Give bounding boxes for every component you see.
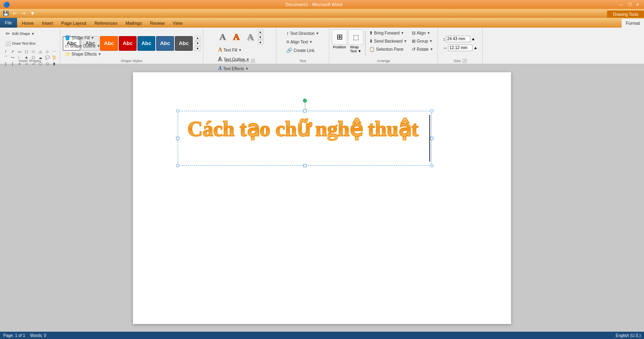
height-icon: ↕ <box>443 37 445 41</box>
size-group-label: Size ↗ <box>438 59 482 63</box>
save-qat-button[interactable]: 💾 <box>2 10 10 17</box>
restore-button[interactable]: ❐ <box>626 2 633 7</box>
tab-insert[interactable]: Insert <box>38 19 57 28</box>
redo-qat-button[interactable]: ↪ <box>20 10 28 17</box>
text-fill-button[interactable]: A Text Fill ▼ <box>216 45 263 54</box>
shape-triangle[interactable]: △ <box>37 49 44 54</box>
shape-round-rect[interactable]: ▢ <box>23 49 30 54</box>
selection-pane-button[interactable]: 📋 Selection Pane <box>367 45 409 53</box>
shape-rect[interactable]: ▭ <box>16 49 23 54</box>
ribbon-group-text: ↕ Text Direction ▼ ≡ Align Text ▼ 🔗 Crea… <box>276 28 329 64</box>
shape-fill-icon: 🪣 <box>65 35 70 41</box>
shape-diamond[interactable]: ◇ <box>44 49 50 54</box>
drawing-tools-label: Drawing Tools <box>607 11 644 18</box>
width-input-row: ↔ ▲ <box>443 45 477 51</box>
window-title: Document1 - Microsoft Word <box>10 2 618 7</box>
bring-forward-button[interactable]: ⬆ Bring Forward ▼ <box>367 29 409 37</box>
arrange-divider <box>365 31 366 56</box>
close-button[interactable]: ✕ <box>634 2 641 7</box>
title-bar: 🔵 Document1 - Microsoft Word — ❐ ✕ <box>0 0 644 9</box>
shape-outline-button[interactable]: ▭ Shape Outline ▼ <box>63 42 200 50</box>
wordart-style-a1[interactable]: A <box>216 30 229 44</box>
selection-pane-icon: 📋 <box>369 47 375 52</box>
rotation-handle[interactable] <box>303 99 307 103</box>
shape-line[interactable]: / <box>2 49 9 54</box>
handle-top-center[interactable] <box>303 109 307 112</box>
wordart-container[interactable]: Cách tạo chữ nghệ thuật <box>178 111 432 166</box>
send-backward-button[interactable]: ⬇ Send Backward ▼ <box>367 37 409 45</box>
wordart-style-a2[interactable]: A <box>230 30 243 44</box>
handle-bottom-right[interactable] <box>430 164 433 167</box>
group-icon: ⊞ <box>412 39 416 44</box>
tab-view[interactable]: View <box>169 19 187 28</box>
handle-middle-right[interactable] <box>430 137 433 140</box>
shape-outline-icon: ▭ <box>65 43 69 49</box>
shape-fill-button[interactable]: 🪣 Shape Fill ▼ <box>63 34 200 42</box>
wrap-text-label[interactable]: WrapText ▼ <box>350 45 361 53</box>
align-text-button[interactable]: ≡ Align Text ▼ <box>284 38 314 46</box>
text-fill-icon: A <box>218 47 222 53</box>
tab-file[interactable]: File <box>0 18 17 28</box>
text-effects-icon: A <box>218 65 222 72</box>
width-spinner-up[interactable]: ▲ <box>473 45 477 50</box>
shape-oval[interactable]: ⬭ <box>30 49 37 54</box>
ribbon-group-size: ↕ ▲ ↔ ▲ Size ↗ <box>438 28 483 64</box>
height-spinner-up[interactable]: ▲ <box>471 37 475 41</box>
ribbon: ✏ Edit Shape ▼ ⬜ Draw Text Box / ↗ ▭ ▢ ⬭… <box>0 28 644 64</box>
shape-more[interactable]: ⋯ <box>51 49 57 54</box>
wrap-text-button[interactable]: ⬚ <box>348 29 363 45</box>
qat-dropdown-button[interactable]: ▼ <box>28 10 37 17</box>
window-controls: — ❐ ✕ <box>618 2 641 7</box>
shape-effects-button[interactable]: ✨ Shape Effects ▼ <box>63 50 200 58</box>
undo-qat-button[interactable]: ↩ <box>11 10 19 17</box>
wrap-text-icon: ⬚ <box>353 33 359 41</box>
edit-shape-button[interactable]: ✏ Edit Shape ▼ <box>2 29 37 38</box>
selection-border <box>178 111 432 166</box>
handle-bottom-center[interactable] <box>303 164 307 167</box>
wordart-style-a3[interactable]: A <box>244 30 257 44</box>
group-button[interactable]: ⊞ Group ▼ <box>410 37 435 45</box>
insert-shapes-label: Insert Shapes <box>0 59 60 63</box>
handle-top-right[interactable] <box>430 109 433 112</box>
create-link-button[interactable]: 🔗 Create Link <box>284 46 316 54</box>
tab-references[interactable]: References <box>90 19 121 28</box>
wa-scroll-up[interactable]: ▲ <box>258 29 263 34</box>
draw-text-box-button[interactable]: ⬜ Draw Text Box <box>2 39 38 48</box>
handle-middle-left[interactable] <box>176 137 179 140</box>
status-words: Words: 0 <box>30 333 46 338</box>
wa-scroll-down[interactable]: ▼ <box>258 35 263 39</box>
tab-mailings[interactable]: Mailings <box>122 19 146 28</box>
bring-forward-icon: ⬆ <box>369 30 373 36</box>
height-input-row: ↕ ▲ <box>443 36 475 42</box>
shape-styles-label: Shape Styles <box>60 59 203 63</box>
wordart-styles-launcher[interactable]: ↗ <box>251 59 255 63</box>
ribbon-group-shape-styles: Abc Abc Abc Abc Abc Abc Abc ▲ ▼ ▼ 🪣 Shap… <box>60 28 203 64</box>
align-text-icon: ≡ <box>286 39 289 45</box>
text-direction-button[interactable]: ↕ Text Direction ▼ <box>284 29 321 37</box>
align-button[interactable]: ⊟ Align ▼ <box>410 29 435 37</box>
rotate-icon: ↺ <box>412 47 416 52</box>
minimize-button[interactable]: — <box>618 2 624 7</box>
rotate-button[interactable]: ↺ Rotate ▼ <box>410 45 435 53</box>
tab-page-layout[interactable]: Page Layout <box>57 19 91 28</box>
position-label[interactable]: Position <box>333 45 346 49</box>
height-input[interactable] <box>446 36 470 42</box>
text-group-label: Text <box>276 59 329 63</box>
text-cursor <box>429 115 430 162</box>
status-page: Page: 1 of 1 <box>3 333 25 338</box>
tab-review[interactable]: Review <box>146 19 169 28</box>
wa-more[interactable]: ▼ <box>258 40 263 45</box>
handle-top-left[interactable] <box>176 109 179 112</box>
handle-bottom-left[interactable] <box>176 164 179 167</box>
text-effects-button[interactable]: A Text Effects ▼ <box>216 64 263 73</box>
shape-effects-icon: ✨ <box>65 52 70 57</box>
tab-home[interactable]: Home <box>18 19 38 28</box>
text-direction-icon: ↕ <box>286 30 289 36</box>
main-document-area: Cách tạo chữ nghệ thuật <box>0 64 644 332</box>
shape-arrow[interactable]: ↗ <box>9 49 16 54</box>
size-launcher[interactable]: ↗ <box>463 59 467 63</box>
position-button[interactable]: ⊞ <box>332 29 347 45</box>
width-input[interactable] <box>448 45 472 51</box>
tab-format[interactable]: Format <box>622 19 644 28</box>
align-icon: ⊟ <box>412 30 416 36</box>
